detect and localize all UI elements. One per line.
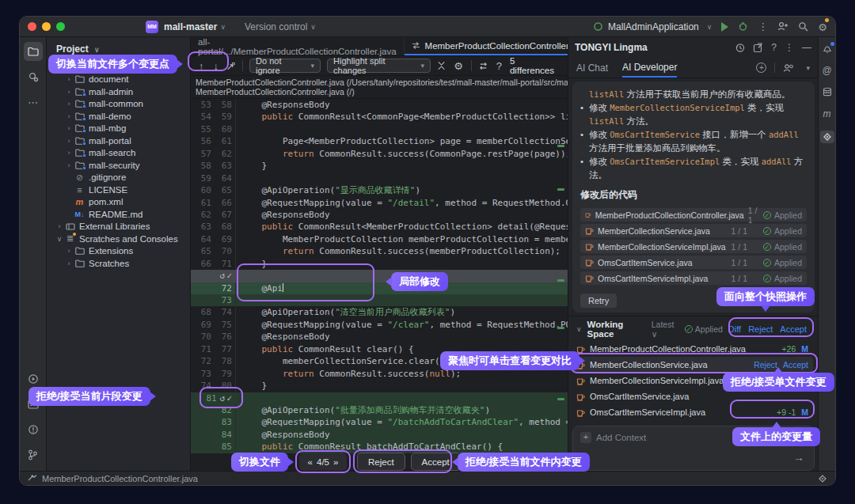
scrollbar-change-marker[interactable] bbox=[557, 279, 564, 282]
new-session-icon[interactable]: + bbox=[756, 63, 766, 73]
tree-item-external-libraries[interactable]: ›External Libraries bbox=[47, 221, 190, 233]
swap-sides-icon[interactable] bbox=[478, 61, 488, 71]
whitespace-ignore-select[interactable]: Do not ignore▾ bbox=[249, 59, 321, 73]
chevron-right-icon[interactable]: › bbox=[55, 222, 64, 230]
history-icon[interactable] bbox=[735, 43, 745, 53]
chevron-right-icon[interactable]: › bbox=[64, 260, 74, 267]
add-context-plus-icon[interactable]: + bbox=[580, 432, 591, 443]
lingma-tool-button[interactable] bbox=[820, 131, 834, 143]
problems-tool-button[interactable] bbox=[24, 420, 43, 439]
applied-file-row[interactable]: OmsCartItemServiceImpl.java1 / 1✓Applied bbox=[580, 271, 807, 285]
help-icon[interactable]: ? bbox=[771, 42, 777, 53]
commit-tool-button[interactable] bbox=[24, 67, 43, 86]
jump-to-source-icon[interactable] bbox=[226, 61, 236, 71]
services-tool-button[interactable] bbox=[24, 369, 43, 388]
previous-change-button[interactable]: ↑ bbox=[197, 60, 206, 72]
chevron-right-icon[interactable]: › bbox=[64, 124, 74, 132]
settings-button[interactable]: ⚙ bbox=[818, 20, 827, 34]
add-context-label[interactable]: Add Context bbox=[596, 433, 646, 442]
maven-button[interactable]: m bbox=[823, 108, 831, 119]
reject-file-button[interactable]: Reject bbox=[357, 453, 405, 471]
git-tool-button[interactable] bbox=[24, 445, 43, 464]
accept-fragment-icon[interactable]: ✓ bbox=[226, 271, 234, 281]
scrollbar-change-marker[interactable] bbox=[557, 398, 564, 400]
new-chat-icon[interactable] bbox=[753, 43, 763, 53]
chevron-down-icon[interactable]: ∨ bbox=[55, 235, 64, 243]
accept-fragment-icon[interactable]: ✓ bbox=[226, 393, 234, 404]
chevron-right-icon[interactable]: › bbox=[64, 149, 74, 157]
chevron-right-icon[interactable]: › bbox=[64, 161, 74, 169]
panel-kebab-icon[interactable]: ⋮ bbox=[785, 42, 794, 53]
snapshot-diff-button[interactable]: Diff bbox=[728, 324, 741, 334]
run-button[interactable] bbox=[721, 22, 728, 32]
tab-ai-developer[interactable]: AI Developer bbox=[622, 58, 677, 78]
code-with-me-button[interactable] bbox=[777, 21, 788, 32]
search-everywhere-button[interactable] bbox=[798, 21, 808, 32]
applied-file-row[interactable]: OmsCartItemService.java1 / 1✓Applied bbox=[580, 256, 807, 269]
tree-item-pom-xml[interactable]: mpom.xml bbox=[47, 196, 190, 209]
chevron-right-icon[interactable]: › bbox=[64, 75, 74, 83]
code-view[interactable]: 5358 @ResponseBody5459 public CommonResu… bbox=[191, 99, 568, 471]
chevron-right-icon[interactable]: › bbox=[64, 100, 74, 108]
tree-item-mall-common[interactable]: ›mall-common bbox=[47, 98, 190, 111]
scrollbar-change-marker[interactable] bbox=[557, 188, 564, 191]
retry-button[interactable]: Retry bbox=[580, 294, 617, 308]
diff-settings-gear-icon[interactable]: ⚙ bbox=[452, 60, 465, 72]
next-change-button[interactable]: ↓ bbox=[212, 60, 221, 72]
chevron-right-icon[interactable]: › bbox=[64, 112, 74, 120]
tree-item-readme-md[interactable]: M↓README.md bbox=[47, 208, 190, 221]
tree-item-document[interactable]: ›document bbox=[47, 74, 190, 86]
snapshot-select[interactable]: Latest ∨ bbox=[652, 320, 679, 339]
next-file-button[interactable]: » bbox=[333, 457, 338, 467]
row-accept-button[interactable]: Accept bbox=[783, 360, 808, 369]
more-tool-windows-button[interactable]: ⋯ bbox=[24, 93, 43, 112]
status-file-name[interactable]: MemberProductCollectionController.java bbox=[42, 474, 198, 483]
tree-item-mall-demo[interactable]: ›mall-demo bbox=[47, 110, 190, 123]
minimize-window-button[interactable] bbox=[42, 22, 51, 31]
tree-item-extensions[interactable]: ›Extensions bbox=[47, 245, 190, 258]
scrollbar-change-marker[interactable] bbox=[557, 327, 564, 329]
workspace-file-row[interactable]: OmsCartItemServiceImpl.java+9 -1M bbox=[572, 404, 813, 420]
tree-item-license[interactable]: ≡LICENSE bbox=[47, 184, 190, 196]
minimize-panel-icon[interactable]: — bbox=[802, 42, 811, 53]
agents-icon[interactable] bbox=[783, 63, 795, 73]
snapshot-accept-button[interactable]: Accept bbox=[780, 324, 807, 334]
project-tool-button[interactable] bbox=[24, 42, 43, 61]
tree-item-mall-search[interactable]: ›mall-search bbox=[47, 147, 190, 160]
debug-button[interactable] bbox=[738, 21, 748, 32]
tree-item-mall-admin[interactable]: ›mall-admin bbox=[47, 85, 190, 98]
tree-item--gitignore[interactable]: ⊘.gitignore bbox=[47, 172, 190, 184]
highlight-mode-select[interactable]: Highlight split changes▾ bbox=[327, 59, 431, 73]
chevron-right-icon[interactable]: › bbox=[64, 88, 74, 96]
collapse-unchanged-icon[interactable] bbox=[437, 61, 446, 70]
run-configuration[interactable]: MallAdminApplication ∨ bbox=[593, 21, 712, 32]
vcs-widget[interactable]: Version control bbox=[245, 21, 307, 32]
notifications-bell-button[interactable] bbox=[823, 44, 832, 54]
database-button[interactable] bbox=[823, 87, 832, 97]
scrollbar-change-marker[interactable] bbox=[557, 145, 564, 147]
workspace-file-row[interactable]: MemberProductCollectionController.java+2… bbox=[572, 341, 813, 357]
tab-diff-path[interactable]: all-portal/.../MemberProductCollectionCo… bbox=[191, 37, 405, 55]
project-switcher[interactable]: mall-master bbox=[164, 21, 217, 32]
snapshot-reject-button[interactable]: Reject bbox=[748, 324, 773, 334]
tree-item-mall-mbg[interactable]: ›mall-mbg bbox=[47, 123, 190, 135]
tree-item-scratches[interactable]: ›Scratches bbox=[47, 257, 190, 270]
ai-assistant-button[interactable]: @ bbox=[822, 65, 831, 76]
applied-file-row[interactable]: MemberProductCollectionController.java1 … bbox=[580, 208, 807, 222]
applied-file-row[interactable]: MemberCollectionServiceImpl.java1 / 1✓Ap… bbox=[580, 240, 807, 253]
chevron-right-icon[interactable]: › bbox=[64, 247, 74, 255]
applied-file-row[interactable]: MemberCollectionService.java1 / 1✓Applie… bbox=[580, 224, 807, 237]
lingma-status-icon[interactable] bbox=[818, 474, 827, 483]
tab-ai-chat[interactable]: AI Chat bbox=[576, 63, 608, 74]
previous-file-button[interactable]: « bbox=[308, 457, 313, 467]
tree-item-mall-portal[interactable]: ›mall-portal bbox=[47, 135, 190, 147]
close-window-button[interactable] bbox=[28, 22, 36, 31]
send-arrow-icon[interactable]: → bbox=[793, 451, 804, 464]
diff-help-icon[interactable]: ? bbox=[495, 60, 504, 72]
chevron-right-icon[interactable]: › bbox=[64, 137, 74, 145]
tree-item-mall-security[interactable]: ›mall-security bbox=[47, 159, 190, 172]
more-actions-button[interactable]: ⋮ bbox=[758, 21, 768, 32]
chevron-down-icon[interactable]: ▾ bbox=[806, 64, 810, 72]
zoom-window-button[interactable] bbox=[56, 22, 65, 31]
collapse-section-chevron[interactable]: ∨ bbox=[576, 325, 582, 333]
